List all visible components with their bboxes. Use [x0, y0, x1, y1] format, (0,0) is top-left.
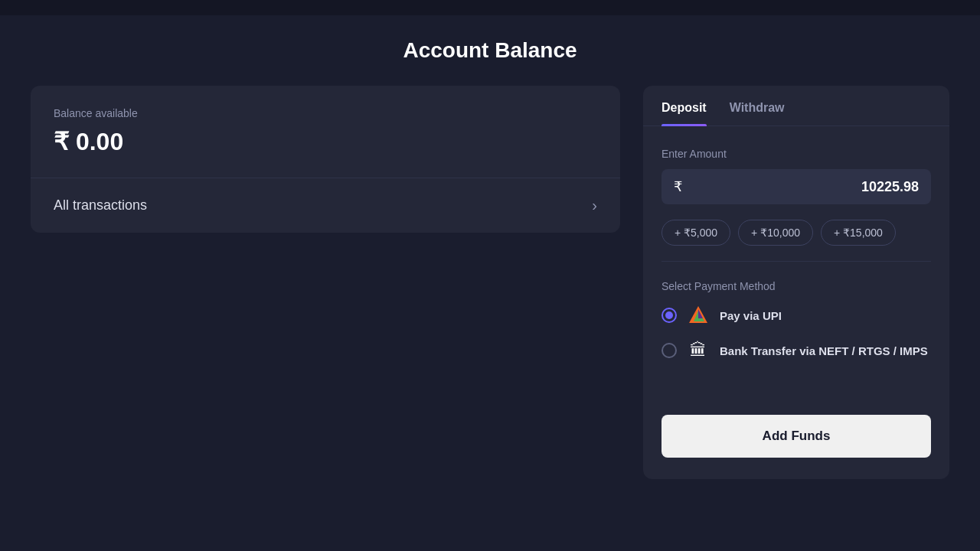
tabs-header: Deposit Withdraw — [643, 86, 949, 126]
payment-method-label: Select Payment Method — [662, 280, 931, 292]
quick-amounts: + ₹5,000 + ₹10,000 + ₹15,000 — [662, 220, 931, 262]
tab-content: Enter Amount ₹ + ₹5,000 + ₹10,000 + ₹15,… — [643, 126, 949, 479]
payment-option-upi[interactable]: Pay via UPI — [662, 305, 931, 326]
quick-amount-15000[interactable]: + ₹15,000 — [821, 220, 896, 246]
left-panel: Balance available ₹ 0.00 All transaction… — [31, 86, 620, 233]
radio-upi[interactable] — [662, 308, 677, 323]
balance-section: Balance available ₹ 0.00 — [31, 86, 620, 178]
right-panel: Deposit Withdraw Enter Amount ₹ + ₹5,000… — [643, 86, 949, 479]
page-title: Account Balance — [31, 38, 949, 63]
transactions-label: All transactions — [54, 197, 147, 214]
bank-building-icon: 🏛 — [690, 341, 707, 360]
amount-section: Enter Amount ₹ — [662, 148, 931, 204]
rupee-symbol: ₹ — [674, 178, 682, 195]
payment-option-bank[interactable]: 🏛 Bank Transfer via NEFT / RTGS / IMPS — [662, 340, 931, 361]
add-funds-button[interactable]: Add Funds — [662, 415, 931, 458]
amount-input[interactable] — [690, 179, 919, 195]
bank-icon: 🏛 — [688, 340, 709, 361]
balance-amount: ₹ 0.00 — [54, 127, 597, 156]
balance-label: Balance available — [54, 107, 597, 119]
main-content: Balance available ₹ 0.00 All transaction… — [31, 86, 949, 479]
quick-amount-5000[interactable]: + ₹5,000 — [662, 220, 730, 246]
amount-label: Enter Amount — [662, 148, 931, 160]
balance-card: Balance available ₹ 0.00 All transaction… — [31, 86, 620, 233]
payment-section: Select Payment Method Pay via — [662, 280, 931, 361]
tab-withdraw[interactable]: Withdraw — [730, 101, 785, 126]
upi-label: Pay via UPI — [720, 309, 782, 322]
transactions-link[interactable]: All transactions › — [31, 178, 620, 233]
upi-logo-icon — [688, 305, 709, 326]
page-container: Account Balance Balance available ₹ 0.00… — [0, 15, 980, 502]
bank-label: Bank Transfer via NEFT / RTGS / IMPS — [720, 344, 928, 357]
chevron-right-icon: › — [592, 197, 597, 214]
upi-icon — [688, 305, 709, 326]
tab-deposit[interactable]: Deposit — [662, 101, 707, 126]
quick-amount-10000[interactable]: + ₹10,000 — [738, 220, 813, 246]
radio-bank[interactable] — [662, 343, 677, 358]
amount-input-wrapper: ₹ — [662, 169, 931, 204]
top-bar — [0, 0, 980, 15]
